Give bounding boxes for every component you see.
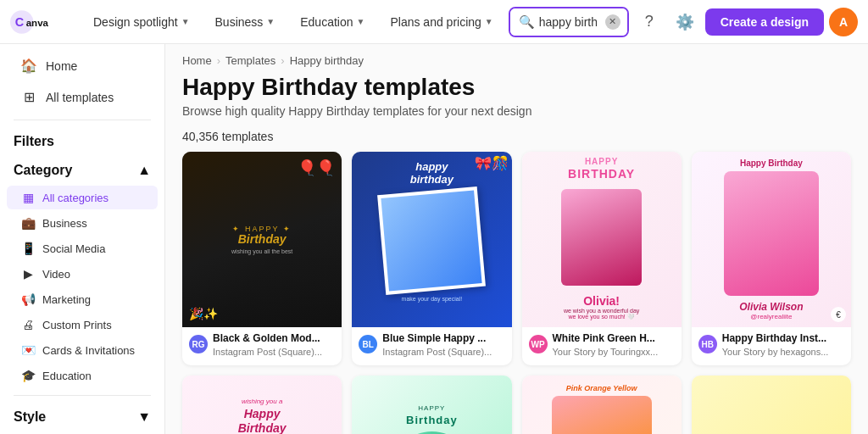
- help-icon-button[interactable]: ?: [634, 7, 665, 37]
- breadcrumb-current: Happy birthday: [290, 54, 364, 67]
- sidebar-item-social-media[interactable]: 📱 Social Media: [7, 236, 158, 260]
- template-card-6[interactable]: Happy Birthday 🎂 🎉 🎈 GR Birthday Card Gr…: [352, 376, 511, 434]
- card-icon: 💌: [20, 343, 36, 357]
- search-clear-button[interactable]: ✕: [605, 14, 620, 30]
- chevron-down-icon: ▼: [266, 17, 275, 26]
- sidebar-item-custom-prints[interactable]: 🖨 Custom Prints: [7, 313, 158, 337]
- template-grid: 🎈🎈 ✦ HAPPY ✦ Birthday wishing you all th…: [165, 152, 868, 434]
- search-bar: 🔍 ✕: [509, 7, 629, 37]
- breadcrumb: Home › Templates › Happy birthday: [165, 44, 868, 70]
- left-panel: 🏠 Home ⊞ All templates Filters Category …: [0, 44, 165, 434]
- page-title: Happy Birthday templates: [182, 74, 851, 101]
- avatar[interactable]: A: [829, 8, 858, 36]
- home-icon: 🏠: [20, 58, 37, 74]
- grid-icon: ▦: [20, 191, 36, 204]
- sidebar-item-marketing[interactable]: 📢 Marketing: [7, 287, 158, 311]
- gear-icon: ⚙️: [676, 13, 694, 31]
- filters-heading: Filters: [0, 127, 164, 156]
- sidebar-item-all-categories[interactable]: ▦ All categories: [7, 186, 158, 209]
- nav-item-business[interactable]: Business ▼: [205, 10, 286, 34]
- sidebar-item-video[interactable]: ▶ Video: [7, 262, 158, 286]
- template-card-5[interactable]: wishing you a HappyBirthday PF Birthday …: [182, 376, 342, 434]
- video-icon: ▶: [20, 267, 36, 281]
- nav-item-plans[interactable]: Plans and pricing ▼: [380, 10, 503, 34]
- category-section-toggle[interactable]: Category ▲: [0, 156, 164, 185]
- briefcase-icon: 💼: [20, 216, 36, 230]
- premium-badge: €: [831, 307, 846, 322]
- template-card-2[interactable]: 🎀🎊 happybirthday make your day special! …: [352, 152, 511, 365]
- nav-item-education[interactable]: Education ▼: [290, 10, 375, 34]
- nav-right: ? ⚙️ Create a design A: [634, 7, 858, 37]
- top-nav: C anva Design spotlight ▼ Business ▼ Edu…: [0, 0, 868, 44]
- marketing-icon: 📢: [20, 292, 36, 306]
- question-mark-icon: ?: [645, 13, 654, 31]
- svg-text:C: C: [15, 15, 24, 29]
- sidebar-item-business[interactable]: 💼 Business: [7, 211, 158, 235]
- template-card-7[interactable]: Pink Orange Yellow Happy Birthday! MA Pi…: [522, 376, 682, 434]
- chevron-up-icon: ▲: [137, 163, 151, 178]
- chevron-down-icon: ▼: [485, 17, 493, 26]
- sidebar-item-education[interactable]: 🎓 Education: [7, 364, 158, 387]
- style-section-toggle[interactable]: Style ▼: [0, 403, 164, 431]
- main-content: Home › Templates › Happy birthday Happy …: [165, 44, 868, 434]
- page-header: Happy Birthday templates Browse high qua…: [165, 70, 868, 126]
- sidebar-item-home[interactable]: 🏠 Home: [7, 51, 158, 81]
- education-icon: 🎓: [20, 369, 36, 382]
- social-icon: 📱: [20, 242, 36, 255]
- templates-icon: ⊞: [20, 89, 37, 105]
- settings-icon-button[interactable]: ⚙️: [670, 7, 700, 37]
- page-subtitle: Browse high quality Happy Birthday templ…: [182, 104, 851, 118]
- canva-logo[interactable]: C anva: [10, 10, 71, 34]
- chevron-down-icon: ▼: [181, 17, 190, 26]
- template-card-1[interactable]: 🎈🎈 ✦ HAPPY ✦ Birthday wishing you all th…: [182, 152, 342, 365]
- breadcrumb-home[interactable]: Home: [182, 54, 212, 67]
- sidebar-item-all-templates[interactable]: ⊞ All templates: [7, 82, 158, 112]
- search-icon: 🔍: [519, 14, 535, 30]
- nav-item-design-spotlight[interactable]: Design spotlight ▼: [83, 10, 200, 34]
- breadcrumb-templates[interactable]: Templates: [225, 54, 275, 67]
- svg-text:anva: anva: [26, 18, 49, 28]
- chevron-down-icon: ▼: [357, 17, 365, 26]
- print-icon: 🖨: [20, 318, 36, 331]
- template-card-4[interactable]: Happy Birthday Olivia Wilson @realyreali…: [692, 152, 851, 365]
- create-design-button[interactable]: Create a design: [705, 8, 824, 36]
- chevron-down-icon: ▼: [137, 409, 151, 425]
- template-card-3[interactable]: HAPPY BIRTHDAY Olivia! we wish you a won…: [522, 152, 682, 365]
- template-count: 40,356 templates: [165, 126, 868, 152]
- sidebar-item-cards-invitations[interactable]: 💌 Cards & Invitations: [7, 338, 158, 362]
- template-card-8[interactable]: 🎂 HAPPYBIRTHDAY ✦ ✦ ✦ € HB HAPPY BIRTHDA…: [692, 376, 851, 434]
